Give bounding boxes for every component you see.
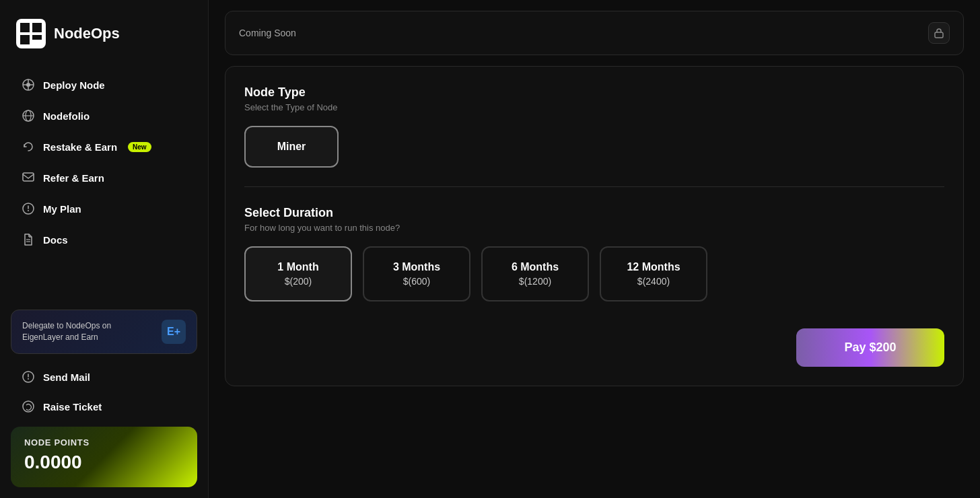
nav-items: Deploy Node Nodefolio Restake & Earn New	[0, 65, 208, 301]
svg-rect-26	[935, 32, 943, 38]
duration-option-6months[interactable]: 6 Months $(1200)	[481, 246, 589, 301]
duration-price-6: $(1200)	[501, 276, 569, 287]
duration-title: Select Duration	[244, 206, 944, 220]
new-badge: New	[128, 142, 151, 152]
sidebar-item-label-refer: Refer & Earn	[43, 172, 104, 184]
sidebar-item-deploy-node[interactable]: Deploy Node	[5, 70, 203, 100]
sidebar-item-label-deploy-node: Deploy Node	[43, 79, 105, 91]
duration-price-1: $(200)	[265, 276, 332, 287]
duration-months-12: 12 Months	[620, 261, 687, 273]
svg-rect-4	[32, 35, 42, 40]
svg-point-24	[28, 378, 29, 380]
delegate-text: Delegate to NodeOps on EigenLayer and Ea…	[22, 320, 130, 343]
pay-btn-container: Pay $200	[244, 328, 944, 367]
sidebar-item-refer-earn[interactable]: Refer & Earn	[5, 163, 203, 192]
lock-icon	[934, 28, 944, 38]
type-option-miner[interactable]: Miner	[244, 126, 339, 168]
duration-option-1month[interactable]: 1 Month $(200)	[244, 246, 352, 301]
duration-months-6: 6 Months	[501, 261, 569, 273]
svg-rect-1	[20, 23, 30, 32]
node-type-section: Node Type Select the Type of Node Miner	[244, 85, 944, 168]
sidebar-item-raise-ticket[interactable]: Raise Ticket	[5, 392, 203, 421]
sidebar-item-nodefolio[interactable]: Nodefolio	[5, 101, 203, 131]
delegate-logo: E+	[162, 320, 186, 344]
node-points-value: 0.0000	[24, 452, 184, 473]
lock-icon-button[interactable]	[928, 22, 950, 44]
type-options: Miner	[244, 126, 944, 168]
svg-point-6	[26, 83, 30, 87]
logo-icon	[16, 19, 46, 48]
sidebar-item-send-mail[interactable]: Send Mail	[5, 362, 203, 392]
main-content: Coming Soon Node Type Select the Type of…	[209, 0, 980, 498]
ticket-icon	[22, 400, 35, 413]
svg-rect-2	[32, 23, 42, 32]
duration-price-3: $(600)	[383, 276, 450, 287]
node-icon	[22, 78, 35, 92]
sidebar-item-docs[interactable]: Docs	[5, 225, 203, 254]
delegate-banner[interactable]: Delegate to NodeOps on EigenLayer and Ea…	[11, 310, 197, 354]
sidebar-item-restake-earn[interactable]: Restake & Earn New	[5, 132, 203, 162]
portfolio-icon	[22, 109, 35, 122]
section-divider	[244, 186, 944, 187]
refer-icon	[22, 171, 35, 184]
duration-section: Select Duration For how long you want to…	[244, 206, 944, 301]
restake-icon	[22, 140, 35, 153]
node-type-subtitle: Select the Type of Node	[244, 102, 944, 112]
svg-rect-14	[23, 173, 34, 181]
sidebar-item-label-nodefolio: Nodefolio	[43, 110, 90, 122]
sidebar-item-label-myplan: My Plan	[43, 203, 81, 215]
duration-option-3months[interactable]: 3 Months $(600)	[363, 246, 470, 301]
duration-price-12: $(2400)	[620, 276, 687, 287]
sidebar: NodeOps Deploy Node Nodefolio	[0, 0, 209, 498]
duration-months-3: 3 Months	[383, 261, 450, 273]
duration-option-12months[interactable]: 12 Months $(2400)	[600, 246, 707, 301]
node-type-duration-card: Node Type Select the Type of Node Miner …	[225, 66, 964, 386]
duration-months-1: 1 Month	[265, 261, 332, 273]
mail-icon	[22, 370, 35, 384]
sidebar-item-label-raiseticket: Raise Ticket	[43, 401, 102, 413]
logo-area: NodeOps	[0, 0, 208, 65]
node-type-title: Node Type	[244, 85, 944, 100]
svg-rect-3	[20, 35, 30, 44]
pay-button[interactable]: Pay $200	[796, 328, 944, 367]
node-points-card: NODE Points 0.0000	[11, 427, 197, 487]
sidebar-item-label-sendmail: Send Mail	[43, 371, 90, 383]
coming-soon-card: Coming Soon	[225, 11, 964, 55]
sidebar-bottom: Send Mail Raise Ticket NODE Points 0.000…	[0, 362, 208, 498]
sidebar-item-my-plan[interactable]: My Plan	[5, 194, 203, 223]
app-title: NodeOps	[54, 25, 120, 42]
duration-options: 1 Month $(200) 3 Months $(600) 6 Months …	[244, 246, 944, 301]
sidebar-item-label-restake: Restake & Earn	[43, 141, 117, 153]
docs-icon	[22, 233, 35, 246]
coming-soon-text: Coming Soon	[239, 28, 296, 38]
svg-point-17	[28, 210, 29, 211]
duration-subtitle: For how long you want to run this node?	[244, 223, 944, 233]
node-points-label: NODE Points	[24, 437, 184, 448]
sidebar-item-label-docs: Docs	[43, 234, 68, 246]
plan-icon	[22, 202, 35, 215]
